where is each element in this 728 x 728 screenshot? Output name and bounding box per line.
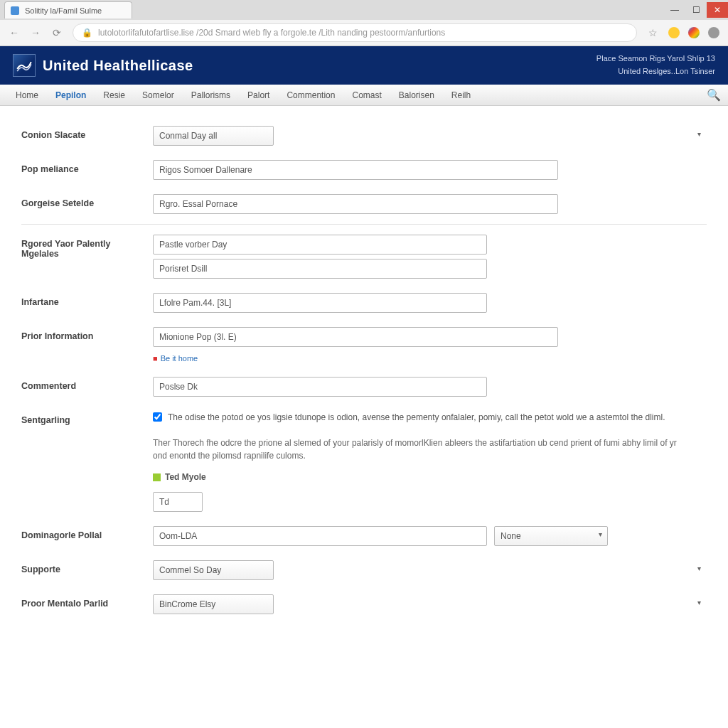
menu-icon[interactable] — [708, 27, 719, 38]
nav-item-somelor[interactable]: Somelor — [134, 85, 183, 106]
badge-label: Ted Myole — [165, 472, 206, 482]
label-conion: Conion Slacate — [21, 126, 153, 140]
form-content: Conion Slacate Conmal Day all Pop melian… — [0, 106, 728, 728]
input-prior-info[interactable] — [153, 327, 558, 347]
label-rgored: Rgored Yaor Palently Mgelales — [21, 235, 153, 259]
extension-icons — [668, 27, 719, 38]
brand-name: United Healthellicase — [43, 58, 193, 74]
forward-icon[interactable]: → — [30, 27, 41, 38]
checkbox-text: The odise the potod oe yos ligsie tdunop… — [168, 411, 665, 424]
hint-link[interactable]: ■Be it home — [153, 354, 707, 363]
label-proor: Proor Mentalo Parlid — [21, 594, 153, 609]
nav-item-reilh[interactable]: Reilh — [443, 85, 479, 106]
input-small[interactable] — [153, 492, 203, 512]
main-nav: Home Pepilon Resie Somelor Pallorisms Pa… — [0, 85, 728, 106]
url-field[interactable]: 🔒 lutolotorlifafutofartlise.lise /20d Sm… — [73, 23, 637, 42]
nav-item-home[interactable]: Home — [7, 85, 47, 106]
select-dominagorle[interactable]: None — [494, 526, 608, 546]
label-gorgeise: Gorgeise Setelde — [21, 194, 153, 208]
input-infartane[interactable] — [153, 293, 487, 313]
minimize-button[interactable]: — — [664, 2, 685, 18]
star-icon[interactable]: ☆ — [647, 27, 658, 38]
nav-item-pallorisms[interactable]: Pallorisms — [183, 85, 239, 106]
input-dominagorle[interactable] — [153, 526, 487, 546]
divider — [21, 224, 707, 225]
label-sentgarling: Sentgarling — [21, 411, 153, 425]
label-prior-info: Prior Information — [21, 327, 153, 341]
browser-tab-bar: Solitity la/Famil Sulme — ☐ ✕ — [0, 0, 728, 20]
badge-square-icon — [153, 473, 161, 481]
reload-icon[interactable]: ⟳ — [51, 27, 63, 38]
nav-item-resie[interactable]: Resie — [95, 85, 134, 106]
back-icon[interactable]: ← — [9, 27, 20, 38]
input-commenterd[interactable] — [153, 377, 487, 397]
header-info-line1: Place Seamon Rigs Yarol Shlip 13 — [596, 53, 715, 65]
checkbox-sentgarling[interactable] — [153, 412, 162, 422]
note-text: Ther Thorech fhe odcre the prione al sle… — [153, 437, 693, 462]
label-dominagorle: Dominagorle Pollal — [21, 526, 153, 540]
nav-search-icon[interactable]: 🔍 — [707, 88, 721, 102]
select-proor[interactable]: BinCrome Elsy — [153, 594, 274, 614]
input-rgored-2[interactable] — [153, 259, 487, 279]
maximize-button[interactable]: ☐ — [685, 2, 707, 18]
input-rgored-1[interactable] — [153, 235, 487, 255]
input-pop[interactable] — [153, 160, 558, 180]
tab-title: Solitity la/Famil Sulme — [25, 6, 102, 15]
input-gorgeise[interactable] — [153, 194, 558, 214]
lock-icon: 🔒 — [82, 28, 92, 38]
chrome-profile-icon[interactable] — [688, 27, 700, 38]
nav-item-balorisen[interactable]: Balorisen — [390, 85, 443, 106]
window-controls: — ☐ ✕ — [664, 2, 728, 18]
label-commenterd: Commenterd — [21, 377, 153, 391]
nav-item-commention[interactable]: Commention — [278, 85, 343, 106]
address-bar: ← → ⟳ 🔒 lutolotorlifafutofartlise.lise /… — [0, 20, 728, 46]
nav-item-comast[interactable]: Comast — [343, 85, 390, 106]
extension-icon[interactable] — [668, 27, 680, 38]
label-pop: Pop meliance — [21, 160, 153, 174]
url-text: lutolotorlifafutofartlise.lise /20d Smar… — [98, 28, 445, 38]
nav-item-pepilon[interactable]: Pepilon — [47, 85, 95, 106]
tab-favicon — [11, 6, 19, 15]
select-supporte[interactable]: Commel So Day — [153, 560, 274, 580]
label-infartane: Infartane — [21, 293, 153, 307]
brand-logo-icon — [13, 54, 36, 77]
browser-tab[interactable]: Solitity la/Famil Sulme — [4, 1, 132, 18]
label-supporte: Supporte — [21, 560, 153, 574]
close-button[interactable]: ✕ — [707, 2, 728, 18]
select-conion[interactable]: Conmal Day all — [153, 126, 274, 146]
app-header: United Healthellicase Place Seamon Rigs … — [0, 46, 728, 85]
header-info-line2: United Reslges..Lon Tsinser — [596, 65, 715, 78]
nav-item-palort[interactable]: Palort — [239, 85, 278, 106]
